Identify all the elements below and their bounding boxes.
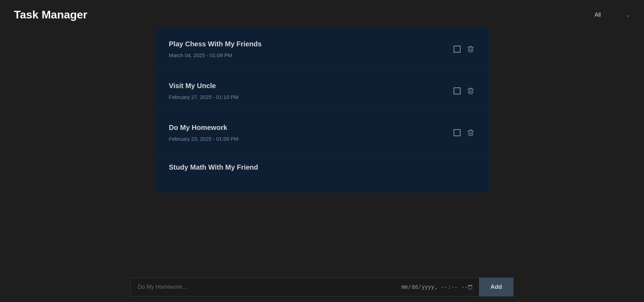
add-task-button[interactable]: Add	[479, 278, 513, 296]
task-title: Visit My Uncle	[169, 82, 238, 90]
task-datetime-input[interactable]	[395, 278, 479, 296]
task-title: Study Math With My Friend	[169, 163, 258, 171]
task-delete-button[interactable]	[466, 128, 475, 138]
task-item: Visit My Uncle February 27, 2025 - 01:10…	[155, 70, 489, 112]
task-title-input[interactable]	[131, 278, 395, 296]
task-complete-checkbox[interactable]	[454, 87, 461, 94]
task-date: March 04, 2025 - 01:09 PM	[169, 52, 262, 58]
task-complete-checkbox[interactable]	[454, 46, 461, 53]
task-list: Play Chess With My Friends March 04, 202…	[155, 28, 489, 302]
task-info: Visit My Uncle February 27, 2025 - 01:10…	[169, 82, 238, 100]
filter-container: All Active Completed ⌄	[590, 10, 630, 20]
task-info: Play Chess With My Friends March 04, 202…	[169, 40, 262, 58]
task-delete-button[interactable]	[466, 86, 475, 96]
task-item: Do My Homework February 23, 2025 - 01:09…	[155, 112, 489, 154]
task-title: Do My Homework	[169, 124, 238, 132]
task-item: Play Chess With My Friends March 04, 202…	[155, 28, 489, 70]
chevron-down-icon: ⌄	[626, 12, 630, 18]
task-date: February 27, 2025 - 01:10 PM	[169, 94, 238, 100]
trash-icon	[468, 129, 474, 136]
task-complete-checkbox[interactable]	[454, 129, 461, 136]
task-info: Do My Homework February 23, 2025 - 01:09…	[169, 124, 238, 142]
trash-icon	[468, 46, 474, 53]
task-delete-button[interactable]	[466, 44, 475, 54]
task-date: February 23, 2025 - 01:09 PM	[169, 136, 238, 142]
trash-icon	[468, 87, 474, 94]
task-item: Study Math With My Friend	[155, 154, 489, 193]
task-actions	[454, 86, 475, 96]
page-title: Task Manager	[14, 8, 87, 21]
add-task-bar: Add	[131, 272, 513, 302]
filter-select[interactable]: All Active Completed	[590, 10, 626, 20]
task-actions	[454, 128, 475, 138]
task-actions	[454, 44, 475, 54]
task-info: Study Math With My Friend	[169, 163, 258, 171]
task-title: Play Chess With My Friends	[169, 40, 262, 48]
page-header: Task Manager All Active Completed ⌄	[0, 0, 644, 28]
